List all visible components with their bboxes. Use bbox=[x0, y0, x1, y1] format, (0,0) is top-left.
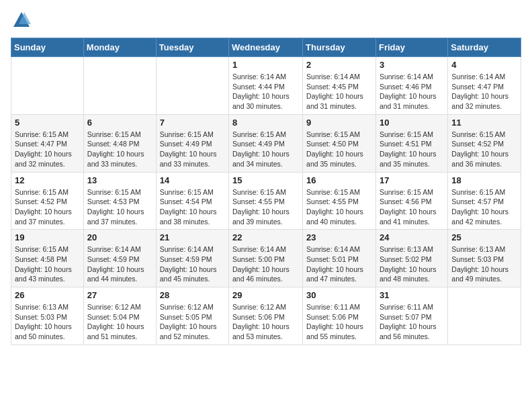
calendar-cell: 19Sunrise: 6:15 AMSunset: 4:58 PMDayligh… bbox=[11, 230, 84, 287]
day-info: Sunrise: 6:11 AMSunset: 5:06 PMDaylight:… bbox=[306, 302, 372, 342]
day-info: Sunrise: 6:14 AMSunset: 4:59 PMDaylight:… bbox=[87, 244, 152, 284]
calendar-week-row: 5Sunrise: 6:15 AMSunset: 4:47 PMDaylight… bbox=[11, 114, 521, 172]
calendar-week-row: 19Sunrise: 6:15 AMSunset: 4:58 PMDayligh… bbox=[11, 230, 521, 287]
calendar-cell: 3Sunrise: 6:14 AMSunset: 4:46 PMDaylight… bbox=[375, 57, 447, 115]
calendar-cell: 11Sunrise: 6:15 AMSunset: 4:52 PMDayligh… bbox=[448, 114, 521, 172]
day-number: 30 bbox=[306, 290, 372, 300]
calendar-cell: 25Sunrise: 6:13 AMSunset: 5:03 PMDayligh… bbox=[448, 230, 521, 287]
calendar-cell: 12Sunrise: 6:15 AMSunset: 4:52 PMDayligh… bbox=[11, 172, 84, 230]
day-number: 17 bbox=[380, 175, 444, 185]
calendar-cell: 24Sunrise: 6:13 AMSunset: 5:02 PMDayligh… bbox=[375, 230, 447, 287]
calendar-header-sunday: Sunday bbox=[11, 38, 84, 57]
calendar-cell: 9Sunrise: 6:15 AMSunset: 4:50 PMDaylight… bbox=[303, 114, 376, 172]
day-info: Sunrise: 6:13 AMSunset: 5:02 PMDaylight:… bbox=[380, 244, 444, 284]
day-info: Sunrise: 6:11 AMSunset: 5:07 PMDaylight:… bbox=[380, 302, 444, 342]
day-info: Sunrise: 6:14 AMSunset: 4:45 PMDaylight:… bbox=[306, 72, 372, 111]
calendar-cell bbox=[11, 57, 84, 115]
day-info: Sunrise: 6:15 AMSunset: 4:54 PMDaylight:… bbox=[160, 187, 225, 227]
calendar-cell: 27Sunrise: 6:12 AMSunset: 5:04 PMDayligh… bbox=[83, 287, 156, 345]
day-info: Sunrise: 6:13 AMSunset: 5:03 PMDaylight:… bbox=[15, 302, 80, 342]
day-number: 15 bbox=[232, 175, 299, 185]
day-number: 14 bbox=[160, 175, 225, 185]
calendar-cell: 2Sunrise: 6:14 AMSunset: 4:45 PMDaylight… bbox=[303, 57, 376, 115]
logo bbox=[11, 11, 31, 30]
day-info: Sunrise: 6:15 AMSunset: 4:49 PMDaylight:… bbox=[160, 130, 225, 169]
day-number: 2 bbox=[306, 60, 372, 70]
day-info: Sunrise: 6:15 AMSunset: 4:55 PMDaylight:… bbox=[306, 187, 372, 227]
day-info: Sunrise: 6:14 AMSunset: 4:47 PMDaylight:… bbox=[451, 72, 517, 111]
calendar-cell: 29Sunrise: 6:12 AMSunset: 5:06 PMDayligh… bbox=[229, 287, 303, 345]
day-number: 29 bbox=[232, 290, 299, 300]
day-info: Sunrise: 6:15 AMSunset: 4:48 PMDaylight:… bbox=[87, 130, 152, 169]
calendar-cell: 22Sunrise: 6:14 AMSunset: 5:00 PMDayligh… bbox=[229, 230, 303, 287]
calendar-header-monday: Monday bbox=[83, 38, 156, 57]
day-info: Sunrise: 6:15 AMSunset: 4:52 PMDaylight:… bbox=[15, 187, 80, 227]
day-info: Sunrise: 6:12 AMSunset: 5:05 PMDaylight:… bbox=[160, 302, 225, 342]
calendar-cell: 18Sunrise: 6:15 AMSunset: 4:57 PMDayligh… bbox=[448, 172, 521, 230]
day-number: 11 bbox=[451, 118, 517, 128]
day-info: Sunrise: 6:15 AMSunset: 4:52 PMDaylight:… bbox=[451, 130, 517, 169]
calendar-cell: 1Sunrise: 6:14 AMSunset: 4:44 PMDaylight… bbox=[229, 57, 303, 115]
day-number: 28 bbox=[160, 290, 225, 300]
calendar-header-friday: Friday bbox=[375, 38, 447, 57]
calendar-cell bbox=[156, 57, 228, 115]
day-number: 24 bbox=[380, 232, 444, 242]
calendar-cell: 31Sunrise: 6:11 AMSunset: 5:07 PMDayligh… bbox=[375, 287, 447, 345]
day-number: 18 bbox=[451, 175, 517, 185]
calendar-week-row: 1Sunrise: 6:14 AMSunset: 4:44 PMDaylight… bbox=[11, 57, 521, 115]
day-info: Sunrise: 6:15 AMSunset: 4:53 PMDaylight:… bbox=[87, 187, 152, 227]
calendar-cell bbox=[448, 287, 521, 345]
calendar-cell: 20Sunrise: 6:14 AMSunset: 4:59 PMDayligh… bbox=[83, 230, 156, 287]
calendar-cell: 15Sunrise: 6:15 AMSunset: 4:55 PMDayligh… bbox=[229, 172, 303, 230]
day-info: Sunrise: 6:15 AMSunset: 4:55 PMDaylight:… bbox=[232, 187, 299, 227]
calendar-cell: 26Sunrise: 6:13 AMSunset: 5:03 PMDayligh… bbox=[11, 287, 84, 345]
calendar-cell: 28Sunrise: 6:12 AMSunset: 5:05 PMDayligh… bbox=[156, 287, 228, 345]
day-number: 16 bbox=[306, 175, 372, 185]
day-info: Sunrise: 6:15 AMSunset: 4:58 PMDaylight:… bbox=[15, 244, 80, 284]
day-info: Sunrise: 6:14 AMSunset: 5:00 PMDaylight:… bbox=[232, 244, 299, 284]
day-info: Sunrise: 6:14 AMSunset: 4:46 PMDaylight:… bbox=[380, 72, 444, 111]
day-info: Sunrise: 6:14 AMSunset: 5:01 PMDaylight:… bbox=[306, 244, 372, 284]
day-number: 13 bbox=[87, 175, 152, 185]
day-number: 23 bbox=[306, 232, 372, 242]
calendar-cell: 21Sunrise: 6:14 AMSunset: 4:59 PMDayligh… bbox=[156, 230, 228, 287]
calendar-cell bbox=[83, 57, 156, 115]
day-info: Sunrise: 6:14 AMSunset: 4:59 PMDaylight:… bbox=[160, 244, 225, 284]
day-info: Sunrise: 6:15 AMSunset: 4:57 PMDaylight:… bbox=[451, 187, 517, 227]
day-number: 19 bbox=[15, 232, 80, 242]
day-number: 25 bbox=[451, 232, 517, 242]
logo-icon bbox=[12, 11, 31, 30]
calendar-header-tuesday: Tuesday bbox=[156, 38, 228, 57]
calendar-cell: 10Sunrise: 6:15 AMSunset: 4:51 PMDayligh… bbox=[375, 114, 447, 172]
day-info: Sunrise: 6:15 AMSunset: 4:47 PMDaylight:… bbox=[15, 130, 80, 169]
day-number: 10 bbox=[380, 118, 444, 128]
day-number: 26 bbox=[15, 290, 80, 300]
day-info: Sunrise: 6:12 AMSunset: 5:06 PMDaylight:… bbox=[232, 302, 299, 342]
day-number: 31 bbox=[380, 290, 444, 300]
day-number: 27 bbox=[87, 290, 152, 300]
day-info: Sunrise: 6:15 AMSunset: 4:51 PMDaylight:… bbox=[380, 130, 444, 169]
calendar-cell: 30Sunrise: 6:11 AMSunset: 5:06 PMDayligh… bbox=[303, 287, 376, 345]
calendar-cell: 16Sunrise: 6:15 AMSunset: 4:55 PMDayligh… bbox=[303, 172, 376, 230]
day-number: 22 bbox=[232, 232, 299, 242]
calendar-header-saturday: Saturday bbox=[448, 38, 521, 57]
calendar-cell: 6Sunrise: 6:15 AMSunset: 4:48 PMDaylight… bbox=[83, 114, 156, 172]
calendar-cell: 4Sunrise: 6:14 AMSunset: 4:47 PMDaylight… bbox=[448, 57, 521, 115]
day-number: 4 bbox=[451, 60, 517, 70]
calendar-header-row: SundayMondayTuesdayWednesdayThursdayFrid… bbox=[11, 38, 521, 57]
day-info: Sunrise: 6:13 AMSunset: 5:03 PMDaylight:… bbox=[451, 244, 517, 284]
calendar-cell: 5Sunrise: 6:15 AMSunset: 4:47 PMDaylight… bbox=[11, 114, 84, 172]
day-info: Sunrise: 6:15 AMSunset: 4:56 PMDaylight:… bbox=[380, 187, 444, 227]
day-number: 8 bbox=[232, 118, 299, 128]
day-number: 21 bbox=[160, 232, 225, 242]
day-info: Sunrise: 6:15 AMSunset: 4:50 PMDaylight:… bbox=[306, 130, 372, 169]
day-number: 7 bbox=[160, 118, 225, 128]
page-header bbox=[11, 11, 521, 30]
calendar-cell: 8Sunrise: 6:15 AMSunset: 4:49 PMDaylight… bbox=[229, 114, 303, 172]
day-info: Sunrise: 6:14 AMSunset: 4:44 PMDaylight:… bbox=[232, 72, 299, 111]
day-number: 20 bbox=[87, 232, 152, 242]
day-number: 3 bbox=[380, 60, 444, 70]
calendar-cell: 7Sunrise: 6:15 AMSunset: 4:49 PMDaylight… bbox=[156, 114, 228, 172]
day-number: 9 bbox=[306, 118, 372, 128]
calendar-table: SundayMondayTuesdayWednesdayThursdayFrid… bbox=[11, 38, 521, 345]
